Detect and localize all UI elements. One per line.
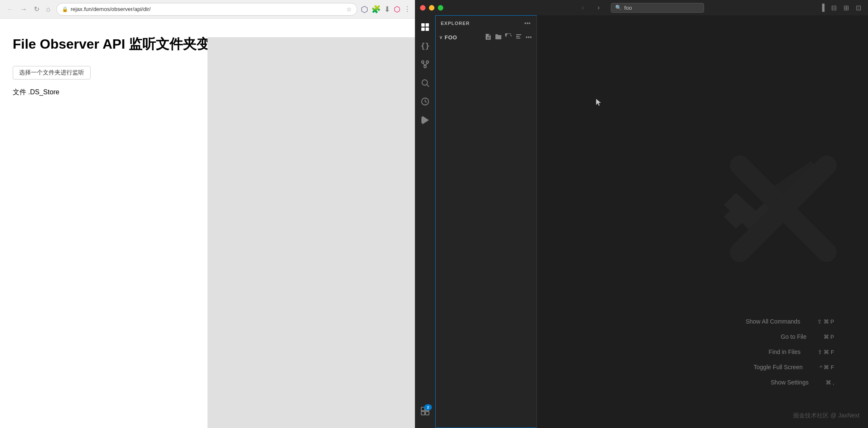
section-more-button[interactable]: •••: [524, 33, 533, 42]
menu-icon[interactable]: ⋮: [404, 5, 411, 13]
svg-point-4: [422, 61, 424, 63]
browser-toolbar: ← → ↻ ⌂ 🔒 ☆ ⬡ 🧩 ⬇ ⬡ ⋮: [0, 0, 415, 19]
browser-panel: ← → ↻ ⌂ 🔒 ☆ ⬡ 🧩 ⬇ ⬡ ⋮ File Observer API …: [0, 0, 415, 428]
watermark: 掘金技术社区 @ JaxNext: [793, 412, 860, 420]
sidebar-title: EXPLORER: [441, 21, 470, 26]
select-folder-button[interactable]: 选择一个文件夹进行监听: [13, 66, 91, 80]
sidebar-content: [436, 44, 536, 428]
section-actions: •••: [484, 33, 533, 42]
refresh-explorer-button[interactable]: [504, 33, 513, 42]
forward-button[interactable]: →: [18, 4, 30, 15]
vscode-titlebar: ‹ › 🔍 foo ▐ ⊟ ⊞ ⊡: [415, 0, 868, 15]
back-button[interactable]: ←: [4, 4, 16, 15]
search-icon: 🔍: [615, 5, 622, 11]
activity-bar-timeline[interactable]: [417, 93, 434, 110]
shortcut-keys-settings: ⌘ ,: [826, 379, 834, 386]
sidebar-more-button[interactable]: •••: [523, 19, 531, 27]
command-search-bar[interactable]: 🔍 foo: [611, 3, 704, 13]
activity-bar-explorer[interactable]: [417, 19, 434, 36]
shortcut-row-file: Go to File ⌘ P: [746, 333, 834, 340]
account-icon[interactable]: ⬡: [394, 5, 401, 14]
new-folder-button[interactable]: [494, 33, 503, 42]
browser-toolbar-right: ⬡ 🧩 ⬇ ⬡ ⋮: [361, 4, 411, 14]
sidebar-toggle-button[interactable]: ▐: [818, 3, 826, 12]
sidebar-section-foo[interactable]: ∨ FOO •••: [436, 31, 536, 44]
svg-rect-0: [421, 23, 425, 27]
refresh-button[interactable]: ↻: [31, 3, 42, 15]
sidebar-header: EXPLORER •••: [436, 16, 536, 31]
activity-bar-search[interactable]: [417, 74, 434, 91]
shortcut-keys-file: ⌘ P: [824, 334, 834, 340]
shortcut-row-commands: Show All Commands ⇧ ⌘ P: [746, 318, 834, 325]
lock-icon: 🔒: [62, 6, 68, 12]
shortcut-row-settings: Show Settings ⌘ ,: [746, 379, 834, 386]
download-icon[interactable]: ⬇: [384, 5, 390, 14]
layout-button[interactable]: ⊟: [829, 3, 838, 13]
extensions-icon[interactable]: 🧩: [371, 5, 381, 14]
minimize-button[interactable]: [429, 5, 434, 11]
svg-rect-15: [426, 407, 429, 411]
shortcut-label-file: Go to File: [746, 333, 807, 340]
sidebar-section-left: ∨ FOO: [439, 34, 457, 41]
svg-point-6: [424, 66, 426, 68]
svg-rect-1: [426, 23, 429, 27]
demo-area: [207, 37, 415, 428]
svg-point-5: [426, 61, 429, 63]
vscode-logo-background: [724, 150, 843, 270]
svg-marker-12: [423, 117, 428, 124]
more-actions-button[interactable]: ⊡: [854, 3, 863, 13]
shortcut-label-find: Find in Files: [746, 348, 801, 355]
maximize-button[interactable]: [438, 5, 443, 11]
profile-icon[interactable]: ⬡: [361, 4, 368, 14]
search-bar-text: foo: [624, 5, 632, 11]
close-button[interactable]: [420, 5, 426, 11]
shortcut-keys-fullscreen: ^ ⌘ F: [820, 364, 834, 370]
activity-bar-outline[interactable]: {}: [417, 37, 434, 54]
shortcut-keys-find: ⇧ ⌘ F: [818, 349, 834, 355]
shortcut-label-fullscreen: Toggle Full Screen: [746, 364, 803, 370]
svg-line-10: [427, 85, 429, 87]
section-name: FOO: [445, 34, 457, 41]
section-chevron-icon: ∨: [439, 34, 443, 40]
svg-line-7: [423, 63, 426, 66]
editor-area: Show All Commands ⇧ ⌘ P Go to File ⌘ P F…: [537, 15, 868, 428]
activity-bar: {}: [415, 15, 435, 428]
shortcut-row-fullscreen: Toggle Full Screen ^ ⌘ F: [746, 364, 834, 370]
svg-point-9: [422, 80, 428, 85]
titlebar-center: ‹ › 🔍 foo: [579, 3, 704, 13]
cursor-indicator: [595, 98, 602, 107]
address-bar-input[interactable]: [71, 6, 344, 12]
titlebar-forward-button[interactable]: ›: [595, 3, 602, 12]
panel-layout-button[interactable]: ⊞: [842, 3, 851, 13]
vscode-panel: ‹ › 🔍 foo ▐ ⊟ ⊞ ⊡ {}: [415, 0, 868, 428]
shortcut-label-settings: Show Settings: [746, 379, 809, 386]
titlebar-back-button[interactable]: ‹: [579, 3, 586, 12]
address-bar-actions: ☆: [346, 6, 352, 13]
command-shortcuts: Show All Commands ⇧ ⌘ P Go to File ⌘ P F…: [746, 318, 834, 386]
shortcut-label-commands: Show All Commands: [746, 318, 800, 325]
svg-rect-16: [421, 412, 425, 415]
browser-nav-buttons: ← → ↻ ⌂: [4, 3, 53, 15]
shortcut-keys-commands: ⇧ ⌘ P: [817, 318, 834, 325]
activity-bar-source-control[interactable]: [417, 56, 434, 73]
titlebar-right-actions: ▐ ⊟ ⊞ ⊡: [818, 3, 863, 13]
vscode-main: {}: [415, 15, 868, 428]
traffic-lights: [420, 5, 443, 11]
svg-rect-17: [426, 412, 429, 415]
new-file-button[interactable]: [484, 33, 493, 42]
svg-rect-3: [426, 27, 429, 31]
activity-bar-run[interactable]: [417, 112, 434, 129]
bookmark-icon[interactable]: ☆: [346, 6, 352, 13]
svg-line-8: [425, 63, 428, 66]
svg-rect-14: [421, 407, 425, 411]
collapse-all-button[interactable]: [514, 33, 523, 42]
shortcut-row-find: Find in Files ⇧ ⌘ F: [746, 348, 834, 355]
home-button[interactable]: ⌂: [44, 4, 53, 15]
sidebar-header-actions: •••: [523, 19, 531, 27]
sidebar: EXPLORER ••• ∨ FOO: [435, 15, 537, 428]
activity-bar-extensions[interactable]: [417, 403, 434, 420]
address-bar-container[interactable]: 🔒 ☆: [56, 3, 357, 16]
svg-rect-2: [421, 27, 425, 31]
browser-content: File Observer API 监听文件夹变化 选择一个文件夹进行监听 文件…: [0, 19, 415, 428]
